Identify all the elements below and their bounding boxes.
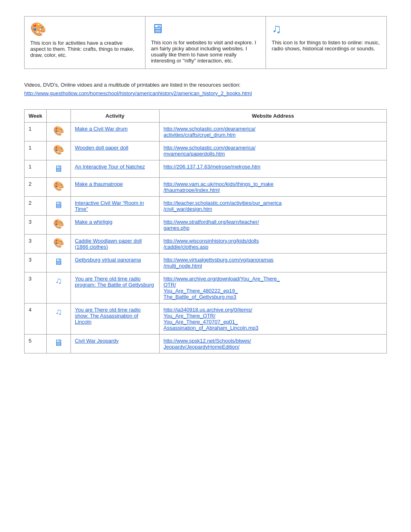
cell-icon: 🎨 xyxy=(46,177,71,196)
url-link[interactable]: http://www.archive.org/download/You_Are_… xyxy=(164,276,280,300)
table-row: 1🖥An Interactive Tour of Natchezhttp://2… xyxy=(25,160,387,177)
activity-link[interactable]: Make a thaumatrope xyxy=(75,181,123,187)
activity-table: Week Activity Website Address 1🎨Make a C… xyxy=(24,109,387,353)
cell-url: http://www.scholastic.com/dearamerica/ a… xyxy=(159,122,386,141)
cell-url: http://teacher.scholastic.com/activities… xyxy=(159,196,386,215)
cell-activity: Caddie Woodlawn paper doll (1866 clothes… xyxy=(71,234,159,253)
table-row: 2🖥Interactive Civil War “Room in Time”ht… xyxy=(25,196,387,215)
resources-text: Videos, DVD's, Online vidoes and a multi… xyxy=(24,82,241,88)
cell-week: 1 xyxy=(25,160,47,177)
activity-link[interactable]: Gettysburg virtual panorama xyxy=(75,257,141,263)
legend-audio-desc: This icon is for things to listen to onl… xyxy=(272,39,380,52)
url-link[interactable]: http://teacher.scholastic.com/activities… xyxy=(164,200,282,212)
col-activity: Activity xyxy=(71,109,159,122)
cell-week: 3 xyxy=(25,253,47,272)
activity-link[interactable]: Make a whirligig xyxy=(75,219,112,225)
cell-week: 4 xyxy=(25,303,47,334)
cell-activity: Make a whirligig xyxy=(71,215,159,234)
cell-week: 3 xyxy=(25,234,47,253)
cell-url: http://206.137.17.63/melrose/melrose.htm xyxy=(159,160,386,177)
cell-activity: Civil War Jeopardy xyxy=(71,334,159,353)
table-row: 1🎨Wooden doll paper dollhttp://www.schol… xyxy=(25,141,387,160)
cell-icon: 🎨 xyxy=(46,215,71,234)
activity-link[interactable]: Caddie Woodlawn paper doll (1866 clothes… xyxy=(75,238,142,250)
cell-activity: Gettysburg virtual panorama xyxy=(71,253,159,272)
cell-url: http://www.spsk12.net/Schools/btwes/ Jeo… xyxy=(159,334,386,353)
table-row: 2🎨Make a thaumatropehttp://www.vam.ac.uk… xyxy=(25,177,387,196)
palette-icon: 🎨 xyxy=(53,238,64,248)
cell-week: 3 xyxy=(25,215,47,234)
cell-url: http://ia340918.us.archive.org/0/items/ … xyxy=(159,303,386,334)
cell-icon: 🎨 xyxy=(46,234,71,253)
url-link[interactable]: http://www.vam.ac.uk/moc/kids/things_to_… xyxy=(164,181,274,193)
audio-icon: ♫ xyxy=(272,21,381,36)
url-link[interactable]: http://www.spsk12.net/Schools/btwes/ Jeo… xyxy=(164,338,251,350)
cell-activity: Make a Civil War drum xyxy=(71,122,159,141)
legend-website-desc: This icon is for websites to visit and e… xyxy=(151,39,256,64)
cell-icon: ♫ xyxy=(46,272,71,303)
url-link[interactable]: http://www.virtualgettysburg.com/vg/pano… xyxy=(164,257,274,269)
cell-url: http://www.vam.ac.uk/moc/kids/things_to_… xyxy=(159,177,386,196)
cell-icon: 🎨 xyxy=(46,141,71,160)
activity-link[interactable]: Wooden doll paper doll xyxy=(75,145,129,151)
url-link[interactable]: http://www.scholastic.com/dearamerica/ m… xyxy=(164,145,255,157)
url-link[interactable]: http://ia340918.us.archive.org/0/items/ … xyxy=(164,307,259,331)
monitor-icon: 🖥 xyxy=(54,200,63,210)
cell-icon: 🎨 xyxy=(46,122,71,141)
url-link[interactable]: http://206.137.17.63/melrose/melrose.htm xyxy=(164,164,261,170)
legend-activity-cell: 🎨 This icon is for activities have a cre… xyxy=(25,17,145,69)
cell-activity: Interactive Civil War “Room in Time” xyxy=(71,196,159,215)
cell-icon: 🖥 xyxy=(46,253,71,272)
cell-activity: Make a thaumatrope xyxy=(71,177,159,196)
cell-url: http://www.archive.org/download/You_Are_… xyxy=(159,272,386,303)
music-icon: ♫ xyxy=(55,307,62,317)
table-row: 3🎨Make a whirligighttp://www.stratfordha… xyxy=(25,215,387,234)
table-row: 5🖥Civil War Jeopardyhttp://www.spsk12.ne… xyxy=(25,334,387,353)
legend-website-cell: 🖥 This icon is for websites to visit and… xyxy=(145,17,266,69)
palette-icon: 🎨 xyxy=(53,219,64,229)
legend-audio-cell: ♫ This icon is for things to listen to o… xyxy=(266,17,387,69)
cell-icon: 🖥 xyxy=(46,160,71,177)
cell-icon: 🖥 xyxy=(46,196,71,215)
cell-activity: You are There old time radio program: Th… xyxy=(71,272,159,303)
cell-url: http://www.stratfordhall.org/learn/teach… xyxy=(159,215,386,234)
cell-icon: ♫ xyxy=(46,303,71,334)
cell-activity: Wooden doll paper doll xyxy=(71,141,159,160)
palette-icon: 🎨 xyxy=(53,126,64,136)
monitor-icon: 🖥 xyxy=(54,164,63,174)
url-link[interactable]: http://www.stratfordhall.org/learn/teach… xyxy=(164,219,259,231)
monitor-icon: 🖥 xyxy=(54,338,63,348)
cell-week: 2 xyxy=(25,196,47,215)
cell-url: http://www.wisconsinhistory.org/kids/dol… xyxy=(159,234,386,253)
resources-link[interactable]: http://www.guesthollow.com/homeschool/hi… xyxy=(24,90,252,96)
cell-activity: You are There old time radio show: The A… xyxy=(71,303,159,334)
col-icon xyxy=(46,109,71,122)
cell-week: 1 xyxy=(25,122,47,141)
activity-link[interactable]: You are There old time radio show: The A… xyxy=(75,307,141,325)
monitor-icon: 🖥 xyxy=(54,257,63,267)
legend-activity-desc: This icon is for activities have a creat… xyxy=(30,40,134,58)
table-row: 4♫You are There old time radio show: The… xyxy=(25,303,387,334)
activity-link[interactable]: Interactive Civil War “Room in Time” xyxy=(75,200,144,212)
cell-week: 3 xyxy=(25,272,47,303)
table-row: 3🎨Caddie Woodlawn paper doll (1866 cloth… xyxy=(25,234,387,253)
cell-week: 2 xyxy=(25,177,47,196)
activity-link[interactable]: An Interactive Tour of Natchez xyxy=(75,164,145,170)
col-week: Week xyxy=(25,109,47,122)
table-row: 1🎨Make a Civil War drumhttp://www.schola… xyxy=(25,122,387,141)
table-row: 3♫You are There old time radio program: … xyxy=(25,272,387,303)
url-link[interactable]: http://www.scholastic.com/dearamerica/ a… xyxy=(164,126,255,138)
music-icon: ♫ xyxy=(55,276,62,286)
table-row: 3🖥Gettysburg virtual panoramahttp://www.… xyxy=(25,253,387,272)
col-website: Website Address xyxy=(159,109,386,122)
activity-link[interactable]: Civil War Jeopardy xyxy=(75,338,119,344)
palette-icon: 🎨 xyxy=(53,181,64,191)
activity-link[interactable]: You are There old time radio program: Th… xyxy=(75,276,154,288)
activity-link[interactable]: Make a Civil War drum xyxy=(75,126,128,132)
cell-week: 1 xyxy=(25,141,47,160)
legend-table: 🎨 This icon is for activities have a cre… xyxy=(24,16,387,69)
url-link[interactable]: http://www.wisconsinhistory.org/kids/dol… xyxy=(164,238,259,250)
cell-week: 5 xyxy=(25,334,47,353)
cell-icon: 🖥 xyxy=(46,334,71,353)
palette-icon: 🎨 xyxy=(53,145,64,155)
